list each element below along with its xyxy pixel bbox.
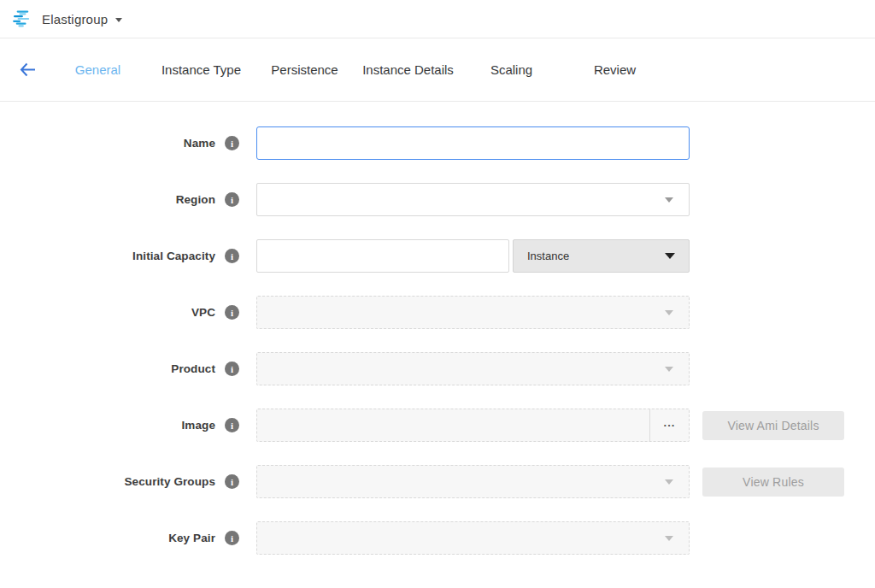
image-input: ... [256,409,690,442]
chevron-down-icon [665,310,673,315]
security-groups-select [256,465,690,498]
app-title: Elastigroup [42,12,108,26]
chevron-down-icon [665,536,673,541]
tab-review[interactable]: Review [563,62,667,77]
browse-ami-button: ... [649,409,689,441]
product-select [256,352,690,385]
chevron-down-icon [665,479,673,485]
info-icon[interactable]: i [225,249,239,263]
view-rules-button: View Rules [702,467,844,497]
name-label: Name [0,137,215,150]
info-icon[interactable]: i [225,418,239,432]
tab-instance-type[interactable]: Instance Type [150,62,253,77]
app-switcher[interactable]: Elastigroup [0,0,875,38]
vpc-row: VPC i [0,296,875,329]
region-label: Region [0,193,215,206]
name-input[interactable] [256,126,690,160]
info-icon[interactable]: i [225,136,239,150]
chevron-down-icon [665,253,675,259]
chevron-down-icon [665,367,673,372]
tab-persistence[interactable]: Persistence [253,62,356,77]
image-value [257,409,649,441]
wizard-tab-bar: General Instance Type Persistence Instan… [0,38,875,102]
image-label: Image [0,419,215,432]
chevron-down-icon [665,197,673,203]
vpc-select [256,296,690,329]
key-pair-row: Key Pair i [0,521,875,555]
general-settings-form: Name i Region i Initial Capacity i Insta… [0,102,875,555]
capacity-unit-select[interactable]: Instance [513,239,690,273]
key-pair-select [256,521,690,555]
info-icon[interactable]: i [225,474,239,489]
initial-capacity-label: Initial Capacity [0,250,215,262]
info-icon[interactable]: i [225,531,239,545]
chevron-down-icon [115,18,122,22]
elastigroup-logo-icon [12,10,32,27]
key-pair-label: Key Pair [0,532,215,544]
name-row: Name i [0,126,875,160]
info-icon[interactable]: i [225,192,239,207]
tab-scaling[interactable]: Scaling [460,62,563,77]
product-label: Product [0,362,215,375]
view-ami-details-button: View Ami Details [702,411,844,440]
initial-capacity-input[interactable] [256,239,509,273]
info-icon[interactable]: i [225,362,239,376]
capacity-unit-value: Instance [527,250,665,262]
initial-capacity-row: Initial Capacity i Instance [0,239,875,273]
product-row: Product i [0,352,875,385]
tab-instance-details[interactable]: Instance Details [356,62,460,77]
region-row: Region i [0,183,875,216]
security-groups-row: Security Groups i View Rules [0,465,875,498]
region-select[interactable] [256,183,690,216]
vpc-label: VPC [0,306,215,319]
security-groups-label: Security Groups [0,475,215,488]
back-arrow-icon[interactable] [19,62,46,77]
info-icon[interactable]: i [225,305,239,320]
image-row: Image i ... View Ami Details [0,409,875,442]
tab-general[interactable]: General [46,62,150,77]
